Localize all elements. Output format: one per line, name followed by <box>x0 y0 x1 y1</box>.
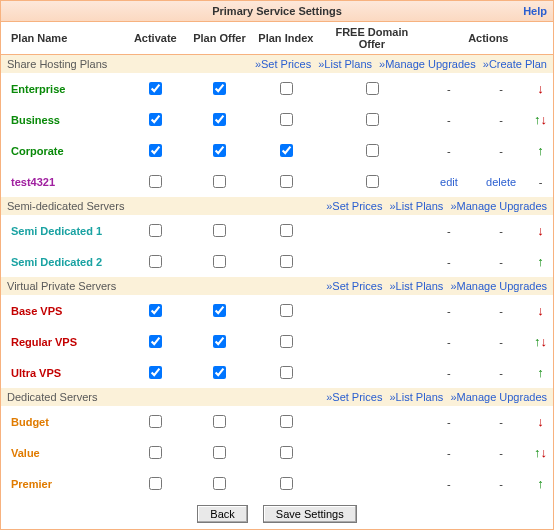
action-dash: - <box>474 215 528 246</box>
help-link[interactable]: Help <box>523 1 547 21</box>
set-prices-link[interactable]: »Set Prices <box>255 58 311 70</box>
move-down-icon[interactable]: ↓ <box>537 223 544 238</box>
save-settings-button[interactable]: Save Settings <box>263 505 357 523</box>
activate-checkbox[interactable] <box>149 366 162 379</box>
free-domain-cell <box>320 104 424 135</box>
offer-checkbox[interactable] <box>213 144 226 157</box>
activate-checkbox[interactable] <box>149 82 162 95</box>
offer-checkbox[interactable] <box>213 335 226 348</box>
move-down-icon[interactable]: ↓ <box>537 414 544 429</box>
index-checkbox[interactable] <box>280 304 293 317</box>
manage-upgrades-link[interactable]: »Manage Upgrades <box>450 200 547 212</box>
col-plan-name: Plan Name <box>1 22 123 55</box>
section-title: Dedicated Servers <box>1 388 187 406</box>
offer-checkbox[interactable] <box>213 415 226 428</box>
set-prices-link[interactable]: »Set Prices <box>326 391 382 403</box>
edit-link[interactable]: edit <box>440 176 458 188</box>
index-checkbox[interactable] <box>280 366 293 379</box>
move-down-icon[interactable]: ↓ <box>541 112 548 127</box>
index-cell <box>252 437 320 468</box>
activate-checkbox[interactable] <box>149 415 162 428</box>
col-activate: Activate <box>123 22 187 55</box>
list-plans-link[interactable]: »List Plans <box>318 58 372 70</box>
free-domain-cell <box>320 295 424 326</box>
free-domain-checkbox[interactable] <box>366 175 379 188</box>
delete-link[interactable]: delete <box>486 176 516 188</box>
offer-checkbox[interactable] <box>213 366 226 379</box>
manage-upgrades-link[interactable]: »Manage Upgrades <box>450 391 547 403</box>
index-checkbox[interactable] <box>280 255 293 268</box>
action-dash: - <box>474 357 528 388</box>
activate-checkbox[interactable] <box>149 113 162 126</box>
offer-checkbox[interactable] <box>213 224 226 237</box>
offer-checkbox[interactable] <box>213 446 226 459</box>
activate-checkbox[interactable] <box>149 477 162 490</box>
move-up-icon[interactable]: ↑ <box>537 476 544 491</box>
move-down-icon[interactable]: ↓ <box>537 81 544 96</box>
activate-checkbox[interactable] <box>149 335 162 348</box>
offer-checkbox[interactable] <box>213 304 226 317</box>
activate-checkbox[interactable] <box>149 304 162 317</box>
activate-checkbox[interactable] <box>149 255 162 268</box>
offer-checkbox[interactable] <box>213 82 226 95</box>
footer-buttons: Back Save Settings <box>1 499 553 529</box>
reorder-cell: ↑ <box>528 246 553 277</box>
list-plans-link[interactable]: »List Plans <box>390 391 444 403</box>
action-dash: - <box>424 357 475 388</box>
manage-upgrades-link[interactable]: »Manage Upgrades <box>450 280 547 292</box>
section-links: »Set Prices »List Plans »Manage Upgrades <box>187 277 553 295</box>
index-checkbox[interactable] <box>280 113 293 126</box>
free-domain-checkbox[interactable] <box>366 144 379 157</box>
back-button[interactable]: Back <box>197 505 247 523</box>
move-up-icon[interactable]: ↑ <box>537 365 544 380</box>
move-down-icon[interactable]: ↓ <box>541 445 548 460</box>
index-checkbox[interactable] <box>280 335 293 348</box>
free-domain-cell <box>320 73 424 104</box>
create-plan-link[interactable]: »Create Plan <box>483 58 547 70</box>
free-domain-checkbox[interactable] <box>366 113 379 126</box>
manage-upgrades-link[interactable]: »Manage Upgrades <box>379 58 476 70</box>
reorder-cell: ↑ <box>528 357 553 388</box>
plan-row-premier: Premier--↑ <box>1 468 553 499</box>
section-title: Semi-dedicated Servers <box>1 197 187 215</box>
col-actions: Actions <box>424 22 553 55</box>
list-plans-link[interactable]: »List Plans <box>390 280 444 292</box>
index-checkbox[interactable] <box>280 224 293 237</box>
index-checkbox[interactable] <box>280 446 293 459</box>
plan-name: Corporate <box>1 135 123 166</box>
offer-cell <box>187 295 252 326</box>
activate-cell <box>123 357 187 388</box>
activate-checkbox[interactable] <box>149 144 162 157</box>
free-domain-cell <box>320 468 424 499</box>
offer-checkbox[interactable] <box>213 175 226 188</box>
index-checkbox[interactable] <box>280 144 293 157</box>
offer-cell <box>187 104 252 135</box>
activate-checkbox[interactable] <box>149 175 162 188</box>
offer-checkbox[interactable] <box>213 255 226 268</box>
plan-name: Semi Dedicated 1 <box>1 215 123 246</box>
move-down-icon[interactable]: ↓ <box>537 303 544 318</box>
activate-checkbox[interactable] <box>149 224 162 237</box>
index-checkbox[interactable] <box>280 82 293 95</box>
plan-row-corporate: Corporate--↑ <box>1 135 553 166</box>
offer-checkbox[interactable] <box>213 113 226 126</box>
offer-checkbox[interactable] <box>213 477 226 490</box>
action-dash: - <box>424 326 475 357</box>
move-down-icon[interactable]: ↓ <box>541 334 548 349</box>
index-checkbox[interactable] <box>280 477 293 490</box>
set-prices-link[interactable]: »Set Prices <box>326 200 382 212</box>
section-links: »Set Prices »List Plans »Manage Upgrades… <box>187 55 553 74</box>
index-cell <box>252 406 320 437</box>
action-dash: - <box>474 468 528 499</box>
list-plans-link[interactable]: »List Plans <box>390 200 444 212</box>
free-domain-checkbox[interactable] <box>366 82 379 95</box>
activate-checkbox[interactable] <box>149 446 162 459</box>
activate-cell <box>123 406 187 437</box>
plan-name: Semi Dedicated 2 <box>1 246 123 277</box>
plan-name: Value <box>1 437 123 468</box>
index-checkbox[interactable] <box>280 415 293 428</box>
index-checkbox[interactable] <box>280 175 293 188</box>
move-up-icon[interactable]: ↑ <box>537 254 544 269</box>
move-up-icon[interactable]: ↑ <box>537 143 544 158</box>
set-prices-link[interactable]: »Set Prices <box>326 280 382 292</box>
